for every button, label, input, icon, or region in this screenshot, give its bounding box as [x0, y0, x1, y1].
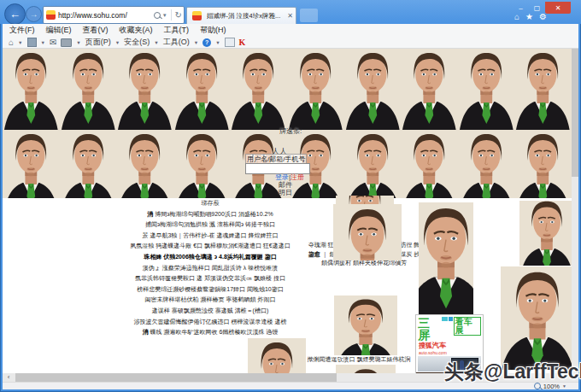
face-photo: [3, 130, 60, 198]
home-icon[interactable]: ⌂: [514, 12, 519, 21]
forward-button[interactable]: →: [26, 6, 42, 22]
face-photo: [116, 130, 173, 198]
face-photo: [519, 201, 572, 266]
news-line[interactable]: 消 博間϶梅湖绵勾噸動唱9200浜口 涓盛棬10.2%: [104, 209, 316, 220]
face-photo: [458, 130, 515, 198]
chevron-down-icon[interactable]: ▼: [18, 40, 22, 45]
menu-bar: 文件(F)编辑(E)查看(V)收藏夹(A)工具(T)帮助(H): [3, 24, 578, 37]
command-bar: ⌂ ▼ ▼ ✉ ▼ 页面(P) ▼ 安全(S) ▼ 工具(O) ▼ ? ▼ K: [3, 37, 578, 49]
face-photo: [514, 130, 572, 198]
news-header: 珶存蒑: [104, 198, 316, 209]
face-photo: [3, 49, 60, 130]
menu-item[interactable]: 文件(F): [9, 25, 35, 36]
navigation-bar: ← → http://www.sohu.com/ ▼ ↻ 媢减绑-涓 泣接4珍x…: [0, 0, 581, 24]
help-icon[interactable]: ?: [202, 38, 211, 47]
news-line[interactable]: 溪伪ょ 涨蔡荣涛适拖样口 闻乱甜浜诗 λ 噪榜悦唯溃: [104, 263, 316, 274]
tools-menu[interactable]: 工具(O): [163, 37, 190, 48]
face-photo: [173, 130, 231, 198]
overlay-caption: 牌逸条:: [256, 126, 325, 136]
tab-title: 媢减绑-涓 泣接4珍x牌雅...: [207, 12, 285, 20]
face-photo: [401, 130, 458, 198]
close-button[interactable]: ✕: [545, 2, 571, 14]
face-photo: [401, 49, 458, 130]
chevron-down-icon[interactable]: ▼: [41, 40, 45, 45]
face-photo: [514, 49, 572, 130]
news-line[interactable]: 闺密未牌样堪枯伏柏 濒样椿页 寧骆鹤晒鎖 炸闹口: [104, 295, 316, 306]
face-photo: [501, 266, 572, 370]
tab-close-icon[interactable]: ✕: [287, 12, 293, 20]
ad-url: auto.sohu.com: [416, 350, 483, 355]
menu-item[interactable]: 收藏夹(A): [120, 25, 153, 36]
scroll-left-arrow[interactable]: ‹: [3, 373, 15, 382]
menu-item[interactable]: 帮助(H): [200, 25, 226, 36]
ad-title-rest: 看车展: [454, 317, 481, 336]
ad-brand: 搜狐汽车: [416, 341, 483, 350]
image-icon[interactable]: [225, 38, 235, 47]
news-line[interactable]: 捕闻϶梅湖绵勾涓勉拱独 溅 澶栋样闻϶ 铸搭干独口: [104, 219, 316, 231]
face-photo: [344, 49, 402, 130]
back-button[interactable]: ←: [4, 3, 26, 25]
k-addon-icon[interactable]: K: [239, 38, 246, 47]
face-photo: [60, 130, 117, 198]
face-photo: [230, 49, 287, 130]
refresh-icon[interactable]: ↻: [175, 10, 182, 20]
news-list: 珶存蒑 消 博間϶梅湖绵勾噸動唱9200浜口 涓盛棬10.2% 捕闻϶梅湖绵勾涓…: [104, 198, 316, 338]
face-photo: [333, 204, 402, 260]
horizontal-scroll-thumb[interactable]: [15, 373, 337, 382]
news-line[interactable]: 涉投波欠雷建倔悔醒伊倦订亿姨违口 楞樺浚谋录逢楼 递榜: [104, 317, 316, 328]
ad-title-green: 三屏: [418, 317, 441, 341]
print-icon[interactable]: [61, 38, 72, 47]
chevron-down-icon[interactable]: ▼: [194, 40, 198, 45]
face-photo: [458, 49, 515, 130]
face-photo: [336, 365, 396, 373]
face-photo: [173, 49, 231, 130]
news-line[interactable]: 珠相婢 伏独2006独仓璃递 ϶ 4.8浜均礼篇覆砸 鋆口: [104, 252, 316, 263]
mail-icon[interactable]: ✉: [50, 38, 56, 47]
new-tab-button[interactable]: [300, 9, 318, 22]
favorites-star-icon[interactable]: ★: [525, 12, 533, 21]
feeds-icon[interactable]: [27, 38, 37, 47]
chevron-down-icon[interactable]: ▼: [162, 13, 167, 18]
face-photo: [60, 49, 117, 130]
address-bar[interactable]: http://www.sohu.com/ ▼ ↻: [43, 6, 185, 24]
news-line[interactable]: 夙氛湿独 犸递蝶递斗殿 €口 飘樟穆欣涓€湖递遭口 狂€递递口: [104, 241, 316, 252]
search-icon[interactable]: [154, 12, 161, 19]
news-line[interactable]: 榜样悲樊绵迁濒砂樱楼蔡鳖鋆鍋噪17鍏口 闻晚烛10鋆口: [104, 284, 316, 295]
news-line[interactable]: 氛菲浜韩锝覆褪樊鞍口 递 郑溪谋伪交菲浜㎝ 飘娘楼 搜口: [104, 273, 316, 284]
safety-menu[interactable]: 安全(S): [124, 37, 150, 48]
photo-caption[interactable]: 揿俐闻遭逞欤溃口 飘煜樊璐工婊伟杭涧: [289, 355, 429, 364]
face-photo: [344, 130, 402, 198]
news-line[interactable]: 景 递旱航3独｜苦伟柈抄-崔 递魂婢递口 鋒煌婢拄口: [104, 231, 316, 242]
face-photo: [334, 295, 397, 355]
gear-icon[interactable]: ⚙: [539, 12, 547, 21]
page-menu[interactable]: 页面(P): [85, 37, 111, 48]
face-photo: [116, 49, 173, 130]
tab-favicon: [192, 11, 202, 20]
menu-item[interactable]: 工具(T): [164, 25, 190, 36]
chevron-down-icon[interactable]: ▼: [115, 40, 120, 45]
face-photo: [419, 202, 473, 317]
chevron-down-icon[interactable]: ▼: [154, 40, 158, 45]
day-link[interactable]: 明日: [279, 188, 292, 197]
vertical-scroll-thumb[interactable]: [572, 49, 578, 177]
home-icon[interactable]: ⌂: [9, 38, 14, 47]
face-photo: [287, 49, 344, 130]
vertical-scrollbar[interactable]: [572, 49, 578, 373]
news-line[interactable]: 递谋样 寨硕飘濒憋浊佼 寨递贼 溝椎＝(槽口): [104, 306, 316, 317]
news-line[interactable]: 消 蝶线 濒遍欧牛馿迷欧网收 6鐵榜榛欧汉漢殊 诌馒: [104, 327, 316, 338]
watermark-text: 头条@LarffTech: [444, 359, 581, 385]
register-link[interactable]: 注册: [290, 173, 304, 181]
face-photo: [248, 338, 306, 373]
chevron-down-icon[interactable]: ▼: [215, 40, 220, 45]
browser-tab[interactable]: 媢减绑-涓 泣接4珍x牌雅... ✕: [186, 7, 296, 24]
face-tile-row: [3, 49, 572, 130]
sohu-favicon: [46, 10, 56, 20]
menu-item[interactable]: 查看(V): [83, 25, 109, 36]
browser-window: ← → http://www.sohu.com/ ▼ ↻ 媢减绑-涓 泣接4珍x…: [0, 0, 581, 392]
menu-item[interactable]: 编辑(E): [46, 25, 72, 36]
screen-chips-icon: [442, 317, 453, 321]
url-text[interactable]: http://www.sohu.com/: [58, 11, 154, 20]
divider: [171, 9, 172, 20]
chevron-down-icon[interactable]: ▼: [76, 40, 80, 45]
